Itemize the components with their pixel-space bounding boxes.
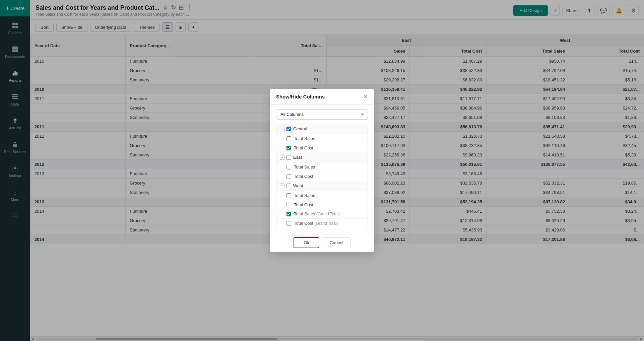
east-total-sales-checkbox[interactable] — [286, 165, 291, 169]
central-group-label: Central — [293, 126, 307, 131]
grand-total-sales-item: Total Sales (Grand Total) — [276, 209, 368, 219]
column-group-east: − East Total Sales Total Cost — [276, 152, 368, 181]
east-group-checkbox[interactable] — [286, 155, 291, 160]
modal-title: Show/Hide Columns — [276, 94, 325, 99]
column-group-west: − West Total Sales Total Cost — [276, 181, 368, 209]
west-total-sales-item: Total Sales — [276, 191, 368, 200]
column-group-central: − Central Total Sales Total Cost — [276, 124, 368, 152]
east-total-sales-item: Total Sales — [276, 162, 368, 172]
central-total-sales-label: Total Sales — [294, 136, 315, 141]
east-collapse-button[interactable]: − — [280, 155, 284, 160]
ok-button[interactable]: Ok — [294, 237, 319, 248]
west-total-sales-label: Total Sales — [294, 193, 315, 198]
central-total-cost-item: Total Cost — [276, 143, 368, 152]
columns-dropdown[interactable]: All Columns Central East West — [276, 109, 368, 120]
grand-total-cost-checkbox[interactable] — [286, 221, 291, 226]
west-group-header: − West — [276, 181, 368, 191]
grand-total-sales-checkbox[interactable] — [286, 212, 291, 216]
east-total-sales-label: Total Sales — [294, 164, 315, 169]
east-total-cost-item: Total Cost — [276, 172, 368, 181]
grand-total-cost-suffix: (Grand Total) — [314, 221, 338, 226]
west-total-cost-checkbox[interactable] — [286, 203, 291, 207]
grand-total-cost-item: Total Cost (Grand Total) — [276, 219, 368, 228]
show-hide-columns-modal: Show/Hide Columns ✕ All Columns Central … — [270, 89, 374, 252]
east-total-cost-label: Total Cost — [294, 174, 313, 179]
central-group-header: − Central — [276, 124, 368, 134]
west-collapse-button[interactable]: − — [280, 184, 284, 188]
modal-footer: Ok Cancel — [270, 233, 374, 252]
central-collapse-button[interactable]: − — [280, 127, 284, 131]
west-total-cost-label: Total Cost — [294, 202, 313, 207]
east-group-header: − East — [276, 152, 368, 162]
column-list: − Central Total Sales Total Cost — [276, 124, 368, 228]
central-total-sales-item: Total Sales — [276, 134, 368, 143]
cancel-button[interactable]: Cancel — [323, 237, 350, 248]
west-total-sales-checkbox[interactable] — [286, 193, 291, 198]
west-group-label: West — [293, 183, 303, 188]
central-total-cost-checkbox[interactable] — [286, 146, 291, 150]
modal-body: All Columns Central East West − Central … — [270, 105, 374, 233]
modal-close-button[interactable]: ✕ — [363, 93, 368, 99]
east-group-label: East — [293, 155, 302, 160]
central-total-sales-checkbox[interactable] — [286, 136, 291, 141]
grand-total-sales-label: Total Sales (Grand Total) — [294, 211, 340, 216]
west-total-cost-item: Total Cost — [276, 200, 368, 209]
west-group-checkbox[interactable] — [286, 184, 291, 188]
grand-total-cost-label: Total Cost (Grand Total) — [294, 221, 338, 226]
modal-header: Show/Hide Columns ✕ — [270, 89, 374, 105]
central-total-cost-label: Total Cost — [294, 145, 313, 150]
central-group-checkbox[interactable] — [286, 127, 291, 131]
modal-overlay[interactable]: Show/Hide Columns ✕ All Columns Central … — [0, 0, 644, 341]
grand-total-sales-suffix: (Grand Total) — [316, 212, 340, 216]
east-total-cost-checkbox[interactable] — [286, 174, 291, 179]
